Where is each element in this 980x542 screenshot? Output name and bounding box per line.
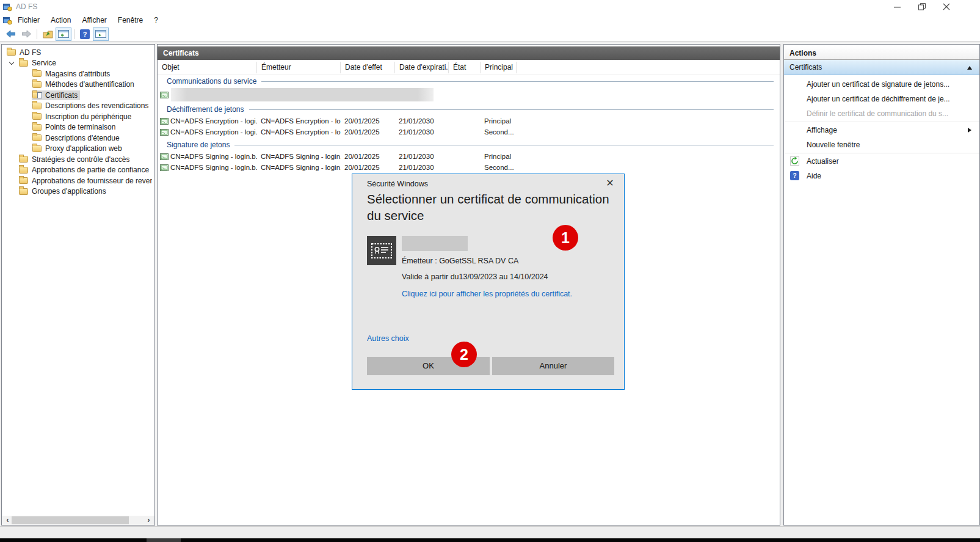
tree-item-inner: Approbations de partie de confiance	[18, 165, 151, 175]
menu-afficher[interactable]: Afficher	[76, 13, 112, 27]
certificate-icon	[160, 92, 169, 98]
export-list-button[interactable]	[40, 27, 56, 41]
tree-item-descriptions-des-revendications[interactable]: Descriptions des revendications	[2, 101, 154, 112]
dialog-close-icon[interactable]: ✕	[603, 177, 617, 190]
tree-item-approbations-de-partie-de-confiance[interactable]: Approbations de partie de confiance	[2, 165, 154, 176]
column-header-objet[interactable]: Objet	[158, 62, 257, 73]
certificate-properties-link[interactable]: Cliquez ici pour afficher les propriétés…	[402, 289, 576, 300]
group-header-signature-de-jetons: Signature de jetons	[158, 139, 780, 151]
action-item-aide[interactable]: ?Aide	[784, 169, 979, 183]
menu-fichier[interactable]: Fichier	[12, 13, 45, 27]
collapse-arrow-icon[interactable]	[967, 66, 972, 70]
cert-row[interactable]: CN=ADFS Signing - login.b...CN=ADFS Sign…	[158, 162, 780, 173]
action-item-label: Définir le certificat de communication d…	[807, 109, 948, 118]
cert-row[interactable]: CN=ADFS Encryption - logi...CN=ADFS Encr…	[158, 126, 780, 137]
menu-fenetre[interactable]: Fenêtre	[112, 13, 148, 27]
toolbar-separator	[74, 29, 74, 39]
action-item-label: Affichage	[807, 126, 837, 134]
cert-row[interactable]: CN=ADFS Signing - login.b...CN=ADFS Sign…	[158, 151, 780, 162]
objet-text: CN=ADFS Encryption - logi...	[170, 128, 257, 136]
tree-item-descriptions-d-etendue[interactable]: Descriptions d'étendue	[2, 133, 154, 144]
scrollbar-thumb[interactable]	[12, 516, 129, 524]
column-header-etat[interactable]: État	[449, 62, 481, 73]
certificate-name-redacted	[402, 236, 468, 251]
group-label: Signature de jetons	[167, 141, 230, 149]
tree-item-service[interactable]: Service	[2, 58, 154, 69]
action-item-nouvelle-fenetre[interactable]: Nouvelle fenêtre	[784, 137, 979, 152]
minimize-button[interactable]	[893, 2, 902, 11]
actions-list: Ajouter un certificat de signature de je…	[784, 77, 979, 183]
folder-icon	[32, 113, 42, 120]
column-header-principal[interactable]: Principal	[481, 62, 517, 73]
column-header-filler	[517, 62, 780, 73]
folder-icon	[19, 177, 28, 184]
tree-item-points-de-terminaison[interactable]: Points de terminaison	[2, 122, 154, 133]
tree-item-approbations-de-fournisseur-de-revendic[interactable]: Approbations de fournisseur de revendic	[2, 175, 154, 186]
certificate-icon	[160, 153, 169, 160]
certificate-validity: Valide à partir du13/09/2023 au 14/10/20…	[402, 273, 548, 281]
show-action-pane-button[interactable]	[93, 27, 109, 41]
cert-row[interactable]: CN=ADFS Encryption - logi...CN=ADFS Encr…	[158, 115, 780, 126]
folder-icon	[32, 92, 42, 98]
column-header-date-d-expirati[interactable]: Date d'expirati...	[395, 62, 449, 73]
column-header-date-d-effet[interactable]: Date d'effet	[341, 62, 395, 73]
action-item-actualiser[interactable]: Actualiser	[784, 154, 979, 169]
actions-separator	[784, 122, 979, 122]
scroll-left-arrow[interactable]: ‹	[3, 516, 12, 525]
app-icon	[3, 2, 12, 12]
tree-item-groupes-d-applications[interactable]: Groupes d'applications	[2, 186, 154, 197]
taskbar	[0, 538, 980, 542]
more-choices-link[interactable]: Autres choix	[367, 334, 409, 343]
restore-button[interactable]	[918, 2, 926, 11]
tree-item-ad-fs[interactable]: AD FS	[2, 47, 154, 58]
tree-item-magasins-d-attributs[interactable]: Magasins d'attributs	[2, 68, 154, 79]
cell-principal: Second...	[481, 164, 517, 171]
column-header-emetteur[interactable]: Émetteur	[257, 62, 341, 73]
cell-expiration: 21/01/2030	[395, 164, 449, 171]
folder-icon	[32, 124, 42, 131]
cell-emetteur: CN=ADFS Signing - login....	[257, 153, 341, 160]
back-button[interactable]	[2, 27, 18, 41]
tree-item-certificats[interactable]: Certificats	[2, 90, 154, 101]
action-item-label: Actualiser	[807, 157, 839, 166]
cell-objet: CN=ADFS Signing - login.b...	[158, 164, 257, 171]
tree-item-inner: Points de terminaison	[32, 122, 118, 132]
console-tree-toggle-button[interactable]	[56, 27, 71, 41]
tree-item-inner: Groupes d'applications	[18, 186, 109, 196]
cert-row-redacted[interactable]	[158, 87, 780, 102]
scroll-right-arrow[interactable]: ›	[144, 516, 153, 525]
taskbar-app-button[interactable]	[147, 538, 181, 542]
action-item-label: Ajouter un certificat de déchiffrement d…	[807, 95, 950, 103]
cell-principal: Second...	[481, 128, 517, 136]
forward-button[interactable]	[18, 27, 34, 41]
action-item-ajouter-un-certificat-de-signature-de-jetons[interactable]: Ajouter un certificat de signature de je…	[784, 77, 979, 92]
close-button[interactable]	[942, 2, 951, 11]
folder-icon	[32, 134, 42, 141]
group-divider-line	[234, 145, 774, 145]
dialog-title: Sécurité Windows	[367, 180, 428, 188]
group-label: Déchiffrement de jetons	[167, 105, 244, 114]
tree-item-strategies-de-controle-d-acces[interactable]: Stratégies de contrôle d'accès	[2, 154, 154, 165]
tree-item-inscription-du-peripherique[interactable]: Inscription du périphérique	[2, 111, 154, 122]
horizontal-scrollbar[interactable]: ‹ ›	[2, 516, 154, 525]
tree-item-methodes-d-authentification[interactable]: Méthodes d'authentification	[2, 79, 154, 90]
expander-icon[interactable]	[7, 59, 18, 67]
refresh-icon	[790, 156, 800, 166]
action-item-ajouter-un-certificat-de-dechiffrement-de-je[interactable]: Ajouter un certificat de déchiffrement d…	[784, 92, 979, 106]
folder-icon	[7, 49, 16, 56]
certificate-issuer: Émetteur : GoGetSSL RSA DV CA	[402, 257, 518, 265]
action-item-affichage[interactable]: Affichage	[784, 123, 979, 137]
window-title: AD FS	[16, 2, 37, 11]
actions-group-certificats[interactable]: Certificats	[784, 60, 979, 75]
menu-action[interactable]: Action	[45, 13, 76, 27]
console-tree-panel: AD FSServiceMagasins d'attributsMéthodes…	[1, 44, 155, 526]
cell-expiration: 21/01/2030	[395, 117, 449, 125]
tree-item-proxy-d-application-web[interactable]: Proxy d'application web	[2, 144, 154, 155]
cell-emetteur: CN=ADFS Signing - login....	[257, 164, 341, 171]
help-button[interactable]: ?	[77, 27, 93, 41]
toolbar-separator	[37, 29, 37, 39]
menu-item[interactable]: ?	[148, 13, 164, 27]
tree-item-label: Proxy d'application web	[45, 144, 122, 153]
cancel-button[interactable]: Annuler	[492, 357, 614, 375]
redacted-certificate-subject	[171, 88, 434, 101]
